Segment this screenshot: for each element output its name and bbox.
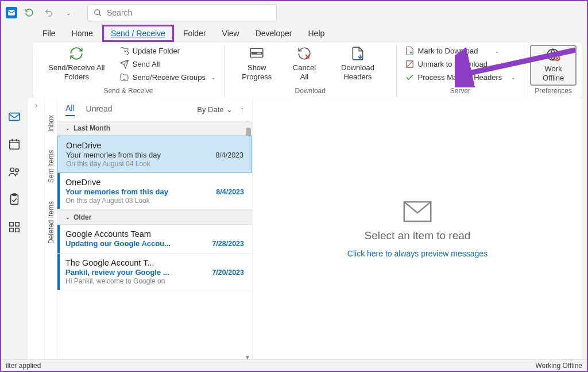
download-headers-label: Download Headers — [328, 63, 386, 82]
message-sender: OneDrive — [66, 141, 243, 150]
cancel-icon — [296, 46, 313, 61]
undo-button[interactable] — [41, 5, 56, 20]
work-offline-button[interactable]: Work Offline — [530, 45, 577, 86]
folder-group-icon — [119, 72, 129, 82]
qat-dropdown[interactable]: ⌄ — [61, 5, 76, 20]
message-date: 7/28/2023 — [212, 240, 244, 248]
work-offline-label: Work Offline — [535, 64, 572, 83]
nav-collapse-toggle[interactable] — [28, 98, 45, 362]
ribbon-group-sendreceive: Send/Receive All Folders Update Folder S… — [33, 45, 225, 97]
group-label-prefs: Preferences — [535, 86, 572, 97]
folder-inbox-tab[interactable]: Inbox — [47, 115, 55, 132]
search-input[interactable] — [107, 8, 270, 17]
message-item[interactable]: OneDriveYour memories from this day8/4/2… — [57, 136, 252, 173]
message-list-header: All Unread By Date ⌄ ↑ — [57, 98, 252, 121]
progress-icon — [248, 46, 265, 61]
svg-rect-26 — [16, 228, 19, 231]
send-receive-groups-button[interactable]: Send/Receive Groups ⌄ — [117, 71, 218, 83]
search-box[interactable] — [87, 4, 277, 21]
content-panel: Inbox Sent Items Deleted Items All Unrea… — [28, 98, 582, 362]
group-header-older[interactable]: ⌄Older — [57, 210, 252, 225]
svg-line-2 — [99, 14, 101, 16]
apps-icon — [8, 221, 21, 233]
download-headers-button[interactable]: Download Headers — [325, 45, 390, 83]
check-icon — [405, 72, 415, 82]
unmark-to-download-button[interactable]: Unmark to Download ⌄ — [403, 58, 519, 70]
scroll-up-arrow[interactable]: ▲ — [245, 121, 250, 122]
filter-unread-tab[interactable]: Unread — [86, 104, 113, 116]
unmark-icon — [405, 59, 415, 69]
mark-to-download-button[interactable]: Mark to Download ⌄ — [403, 45, 519, 57]
folder-refresh-icon — [119, 46, 129, 56]
message-date: 8/4/2023 — [216, 188, 244, 196]
calendar-icon — [8, 138, 21, 151]
svg-line-9 — [406, 61, 412, 67]
group-label-server: Server — [450, 86, 470, 97]
left-rail — [1, 98, 28, 362]
rail-people-button[interactable] — [6, 163, 23, 181]
ribbon-group-preferences: Work Offline Preferences — [524, 45, 582, 97]
main-region: Inbox Sent Items Deleted Items All Unrea… — [1, 98, 587, 362]
show-progress-button[interactable]: Show Progress — [230, 45, 284, 83]
folder-tabs: Inbox Sent Items Deleted Items — [45, 98, 57, 362]
unmark-to-download-label: Unmark to Download — [418, 60, 488, 68]
chevron-down-icon: ⌄ — [497, 62, 501, 67]
message-preview: On this day August 04 Look — [66, 160, 243, 168]
menu-home[interactable]: Home — [65, 26, 100, 40]
sort-direction-icon[interactable]: ↑ — [241, 105, 245, 114]
message-item[interactable]: The Google Account T...Pankil, review yo… — [57, 254, 252, 290]
filter-all-tab[interactable]: All — [65, 103, 75, 116]
folder-sent-tab[interactable]: Sent Items — [47, 150, 55, 183]
message-sender: OneDrive — [65, 178, 244, 187]
message-item[interactable]: OneDriveYour memories from this day8/4/2… — [57, 173, 252, 210]
update-folder-label: Update Folder — [133, 47, 180, 55]
globe-offline-icon — [545, 47, 562, 62]
menu-sendreceive[interactable]: Send / Receive — [102, 25, 174, 42]
menu-folder[interactable]: Folder — [176, 26, 213, 40]
ribbon-group-download: Show Progress Cancel All Download Header… — [225, 45, 397, 97]
sort-label: By Date — [197, 105, 223, 114]
svg-rect-23 — [10, 222, 13, 225]
group-header-lastmonth[interactable]: ⌄Last Month — [57, 121, 252, 136]
send-all-button[interactable]: Send All — [117, 58, 218, 70]
ribbon-group-server: Mark to Download ⌄ Unmark to Download ⌄ … — [397, 45, 525, 97]
send-receive-all-label: Send/Receive All Folders — [42, 63, 111, 82]
svg-rect-15 — [10, 140, 20, 149]
preview-link[interactable]: Click here to always preview messages — [347, 249, 488, 258]
sort-dropdown[interactable]: By Date ⌄ ↑ — [197, 105, 244, 114]
message-sender: The Google Account T... — [65, 258, 244, 267]
message-list-pane: All Unread By Date ⌄ ↑ ▲ ▼ ⌄Last MonthOn… — [57, 98, 253, 362]
chevron-down-icon: ⌄ — [511, 75, 516, 80]
message-subject: Updating our Google Accou... — [65, 239, 171, 248]
update-folder-button[interactable]: Update Folder — [117, 45, 218, 57]
chevron-down-icon: ⌄ — [495, 48, 500, 54]
mark-to-download-label: Mark to Download — [418, 47, 478, 55]
send-receive-all-button[interactable]: Send/Receive All Folders — [38, 45, 115, 83]
menu-file[interactable]: File — [36, 26, 63, 40]
message-sender: Google Accounts Team — [65, 229, 244, 239]
rail-tasks-button[interactable] — [6, 191, 23, 208]
rail-apps-button[interactable] — [6, 218, 23, 236]
clipboard-check-icon — [8, 193, 21, 206]
folder-deleted-tab[interactable]: Deleted Items — [47, 201, 55, 244]
refresh-button[interactable] — [22, 5, 37, 20]
message-date: 7/20/2023 — [212, 269, 244, 277]
svg-rect-25 — [10, 228, 13, 231]
svg-rect-14 — [9, 113, 20, 120]
show-progress-label: Show Progress — [234, 63, 280, 82]
menu-help[interactable]: Help — [301, 26, 331, 40]
svg-point-20 — [16, 168, 19, 172]
rail-calendar-button[interactable] — [6, 136, 23, 153]
menu-developer[interactable]: Developer — [249, 26, 299, 40]
status-left: ilter applied — [6, 362, 41, 370]
status-right: Working Offline — [535, 362, 582, 370]
envelope-icon — [402, 201, 433, 223]
rail-mail-button[interactable] — [6, 108, 23, 125]
menu-view[interactable]: View — [215, 26, 246, 40]
svg-point-19 — [10, 168, 14, 171]
svg-point-1 — [95, 9, 100, 14]
message-list[interactable]: ▲ ▼ ⌄Last MonthOneDriveYour memories fro… — [57, 121, 252, 362]
process-marked-button[interactable]: Process Marked Headers ⌄ — [403, 71, 519, 83]
cancel-all-button[interactable]: Cancel All — [286, 45, 323, 83]
message-item[interactable]: Google Accounts TeamUpdating our Google … — [57, 225, 252, 254]
